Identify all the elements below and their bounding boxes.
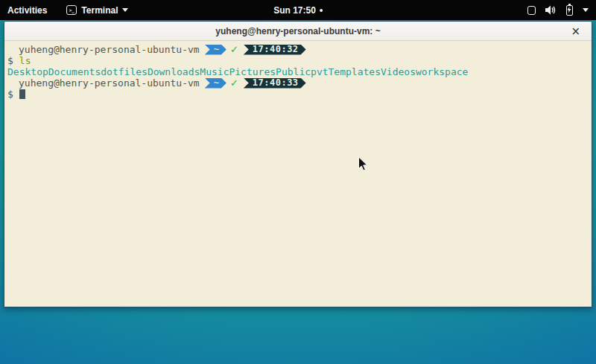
directory-name: Public <box>276 66 311 77</box>
terminal-icon: >_ <box>66 5 77 15</box>
prompt-time-segment: 17:40:33 <box>244 78 306 89</box>
notification-dot-icon <box>320 9 323 12</box>
activities-button[interactable]: Activities <box>7 5 47 16</box>
current-input-line: $ <box>7 89 592 100</box>
clock-button[interactable]: Sun 17:50 <box>273 0 323 20</box>
terminal-screen[interactable]: yuheng@henry-personal-ubuntu-vm ~ ✓ 17:4… <box>4 42 592 307</box>
directory-name: workspace <box>416 66 468 77</box>
prompt-time-segment: 17:40:32 <box>244 45 306 55</box>
prompt-symbol: $ <box>7 89 13 100</box>
directory-name: Templates <box>329 66 381 77</box>
clock-label: Sun 17:50 <box>273 5 316 16</box>
directory-name: dotfiles <box>101 66 148 77</box>
display-icon <box>527 6 536 15</box>
terminal-cursor <box>19 89 25 99</box>
directory-name: Pictures <box>229 66 276 77</box>
directory-name: Desktop <box>7 66 48 77</box>
prompt-line-2: yuheng@henry-personal-ubuntu-vm ~ ✓ 17:4… <box>7 77 592 89</box>
speaker-icon <box>545 5 557 15</box>
terminal-window: yuheng@henry-personal-ubuntu-vm: ~ × yuh… <box>4 21 592 307</box>
prompt-symbol: $ <box>7 55 13 66</box>
chevron-down-icon <box>583 8 589 12</box>
prompt-status-check-icon: ✓ <box>230 44 238 55</box>
prompt-cwd-segment: ~ <box>205 45 226 55</box>
app-menu-label: Terminal <box>81 5 118 16</box>
directory-name: Music <box>200 66 229 77</box>
directory-name: Videos <box>381 66 416 77</box>
ls-output: Desktop Documents dotfiles Downloads Mus… <box>7 66 592 77</box>
top-bar: Activities >_ Terminal Sun 17:50 <box>0 0 596 20</box>
chevron-down-icon <box>122 8 128 12</box>
directory-name: pvt <box>311 66 328 77</box>
directory-name: Documents <box>48 66 101 77</box>
close-button[interactable]: × <box>571 25 580 36</box>
prompt-user-host: yuheng@henry-personal-ubuntu-vm <box>19 44 200 55</box>
charging-bolt-icon <box>568 7 571 13</box>
prompt-line-1: yuheng@henry-personal-ubuntu-vm ~ ✓ 17:4… <box>7 44 592 55</box>
prompt-status-check-icon: ✓ <box>230 77 238 89</box>
prompt-user-host: yuheng@henry-personal-ubuntu-vm <box>19 77 200 89</box>
typed-command: ls <box>19 55 31 66</box>
command-line: $ ls <box>7 55 592 66</box>
battery-charging-icon <box>566 5 573 16</box>
directory-name: Downloads <box>148 66 200 77</box>
window-title: yuheng@henry-personal-ubuntu-vm: ~ <box>215 26 380 36</box>
prompt-cwd-segment: ~ <box>205 78 226 89</box>
app-menu-terminal[interactable]: >_ Terminal <box>66 5 128 16</box>
window-titlebar[interactable]: yuheng@henry-personal-ubuntu-vm: ~ × <box>4 22 592 41</box>
system-menu[interactable] <box>527 0 589 20</box>
